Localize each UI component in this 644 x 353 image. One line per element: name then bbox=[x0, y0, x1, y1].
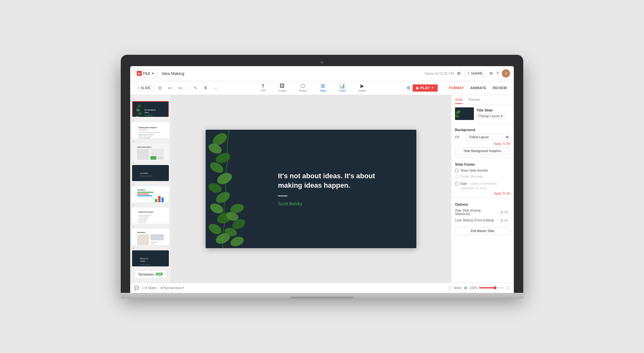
slide-thumb-3[interactable]: 3 Gallery Ideas Report bbox=[132, 140, 169, 160]
comment-icon[interactable]: ✉ bbox=[489, 71, 493, 76]
media-tool[interactable]: ▶ Media bbox=[356, 82, 369, 94]
table-icon: ⊞ bbox=[321, 83, 325, 88]
settings-icon[interactable]: ⚙ bbox=[457, 71, 461, 76]
settings2-icon[interactable]: ⚙ bbox=[407, 85, 411, 90]
rpanel-tab-themes[interactable]: Themes bbox=[468, 98, 480, 104]
plus-icon: + bbox=[137, 86, 139, 90]
apply-to-all-1[interactable]: Apply To All bbox=[451, 141, 514, 146]
slide-num-7: 7 bbox=[132, 225, 169, 228]
footer-message-checkbox[interactable] bbox=[455, 175, 458, 178]
footer-message-label: Footer Message bbox=[460, 175, 483, 178]
svg-rect-32 bbox=[161, 197, 164, 202]
apply-to-all-2[interactable]: Apply To All bbox=[451, 191, 514, 196]
svg-text:Making Ideas Happen: Making Ideas Happen bbox=[139, 127, 157, 128]
share-button[interactable]: ⤴ SHARE bbox=[464, 70, 486, 77]
more-icon[interactable]: ⋯ bbox=[211, 83, 220, 92]
svg-rect-19 bbox=[151, 156, 157, 160]
hide-slide-label: Hide Slide (During Slideshow) bbox=[455, 209, 497, 216]
shape-label: Shape bbox=[299, 89, 307, 92]
user-avatar[interactable]: U bbox=[502, 69, 510, 77]
share-label: SHARE bbox=[471, 71, 483, 75]
notes-button[interactable]: 📄 Notes bbox=[448, 286, 462, 290]
help-icon[interactable]: ? bbox=[496, 71, 499, 76]
date-checkbox[interactable] bbox=[455, 182, 458, 185]
templates-button[interactable]: Templates New bbox=[135, 270, 166, 278]
slide-layout-icon[interactable]: ⊡ bbox=[155, 83, 164, 92]
expand-icon[interactable]: ⛶ bbox=[507, 286, 510, 290]
slide-thumb-8[interactable]: 8 Making Your Happen Start with a great … bbox=[132, 247, 169, 266]
image-label: Image bbox=[278, 89, 286, 92]
tab-animate[interactable]: ANIMATE bbox=[467, 84, 489, 91]
fill-select[interactable]: Follow Layout Solid Color Gradient bbox=[466, 134, 510, 140]
right-panel-tabs: Slide Themes bbox=[451, 95, 514, 104]
slide-canvas[interactable]: It's not about ideas. It's about making … bbox=[206, 130, 416, 248]
duplicate-icon[interactable]: ⧉ bbox=[201, 83, 210, 92]
zoom-thumb[interactable] bbox=[493, 286, 497, 289]
slide-thumb-7[interactable]: 7 Idea Makers Statistics about your idea… bbox=[132, 225, 169, 245]
file-menu-button[interactable]: ▶ FILE ▼ bbox=[134, 69, 157, 77]
slide-thumb-6[interactable]: 6 Making Ideas Happen Lorem ipsum dolor … bbox=[132, 204, 169, 224]
show-slide-number-row: Show Slide Number bbox=[451, 168, 514, 174]
slide-img-8: Making Your Happen Start with a great id… bbox=[132, 250, 169, 266]
svg-text:ideas...: ideas... bbox=[145, 111, 151, 113]
toolbar: + SLIDE ⊡ ↩ ↪ ↖ ⧉ ⋯ T Te bbox=[130, 81, 514, 95]
ivy-decoration bbox=[206, 130, 262, 248]
view-mode-label: Normal View bbox=[164, 286, 182, 290]
play-button[interactable]: ▶ PLAY ▼ bbox=[413, 84, 438, 92]
svg-rect-17 bbox=[137, 149, 149, 160]
file-chevron-icon: ▼ bbox=[152, 72, 154, 75]
svg-text:consectetur adipiscing: consectetur adipiscing bbox=[139, 216, 149, 218]
preview-thumb bbox=[455, 107, 474, 120]
slide-quote: It's not about ideas. It's about making … bbox=[278, 171, 397, 191]
slide-current: 1 bbox=[142, 286, 143, 290]
image-icon: 🖼 bbox=[280, 83, 285, 88]
preview-label: Title Slide bbox=[476, 108, 505, 112]
svg-text:Build upon your dreams: Build upon your dreams bbox=[140, 175, 153, 177]
play-label: PLAY bbox=[420, 86, 430, 90]
slide-num-3: 3 bbox=[132, 140, 169, 143]
edit-master-slide-button[interactable]: Edit Master Slide bbox=[455, 227, 510, 235]
tab-format[interactable]: FORMAT bbox=[446, 84, 467, 91]
zoom-slider[interactable] bbox=[479, 287, 504, 288]
change-layout-button[interactable]: Change Layout ▼ bbox=[476, 113, 505, 119]
slide-thumb-1[interactable]: 1 It's not about ideas... Scott Belsky bbox=[132, 98, 169, 117]
canvas-area: It's not about ideas. It's about making … bbox=[171, 95, 451, 283]
slide-thumb-5[interactable]: 5 Idea Makers bbox=[132, 183, 169, 202]
slide-num-6: 6 bbox=[132, 204, 169, 207]
slide-img-2: Making Ideas Happen Lorem ipsum dolor si… bbox=[132, 122, 169, 138]
hide-slide-toggle[interactable]: No bbox=[498, 210, 510, 214]
table-tool[interactable]: ⊞ Table bbox=[317, 82, 329, 94]
slide-thumb-4[interactable]: 4 Idea Making Build upon your dreams bbox=[132, 162, 169, 181]
fit-icon[interactable]: ⊞ bbox=[464, 286, 467, 290]
share-icon: ⤴ bbox=[468, 71, 469, 75]
text-tool[interactable]: T Text bbox=[258, 83, 268, 93]
panel-tabs: FORMAT ANIMATE REVIEW bbox=[446, 84, 510, 91]
pointer-icon[interactable]: ↖ bbox=[191, 83, 200, 92]
lock-slide-label: Lock Slide(s) (From Editing) bbox=[455, 219, 497, 222]
lock-slide-toggle[interactable]: No bbox=[498, 218, 510, 223]
comment-btn[interactable]: 💬 bbox=[134, 286, 139, 290]
redo-icon[interactable]: ↪ bbox=[175, 83, 184, 92]
svg-text:tempor incididunt: tempor incididunt bbox=[139, 220, 147, 221]
shape-tool[interactable]: ⬡ Shape bbox=[296, 82, 309, 94]
undo-icon[interactable]: ↩ bbox=[165, 83, 174, 92]
zoom-level: 100% bbox=[469, 286, 478, 290]
view-chevron-icon: ▼ bbox=[182, 287, 185, 289]
show-slide-number-checkbox[interactable] bbox=[455, 169, 458, 172]
svg-text:adipiscing elit sed do eiusmod: adipiscing elit sed do eiusmod bbox=[139, 134, 154, 135]
fill-row: Fill Follow Layout Solid Color Gradient bbox=[451, 133, 514, 141]
bottom-bar-left: 💬 1 / 8 Slides ⊟ Normal View ▼ bbox=[134, 285, 186, 291]
hide-background-graphics-button[interactable]: Hide Background Graphics bbox=[455, 147, 510, 155]
rpanel-tab-slide[interactable]: Slide bbox=[455, 98, 463, 104]
add-slide-button[interactable]: + SLIDE bbox=[134, 84, 154, 91]
view-mode-button[interactable]: ⊟ Normal View ▼ bbox=[159, 285, 186, 291]
image-tool[interactable]: 🖼 Image bbox=[276, 82, 289, 94]
options-section-header: Options bbox=[451, 200, 514, 208]
chevron-down-icon: ▼ bbox=[500, 114, 503, 118]
chart-tool[interactable]: 📊 Chart bbox=[336, 82, 348, 94]
slide-thumb-2[interactable]: 2 Making Ideas Happen Lorem ipsum dolor … bbox=[132, 119, 169, 138]
slide-preview: Title Slide Change Layout ▼ bbox=[455, 107, 510, 120]
toolbar-left: + SLIDE ⊡ ↩ ↪ ↖ ⧉ ⋯ bbox=[134, 83, 220, 92]
slide-num-4: 4 bbox=[132, 162, 169, 164]
tab-review[interactable]: REVIEW bbox=[490, 84, 510, 91]
